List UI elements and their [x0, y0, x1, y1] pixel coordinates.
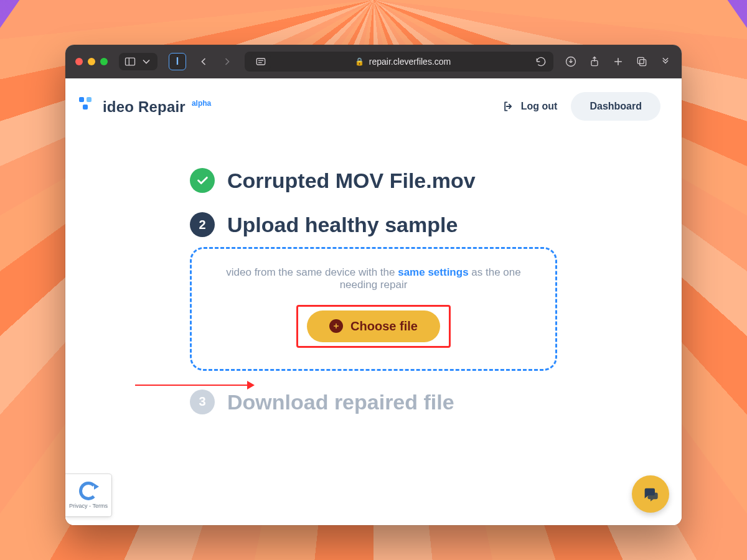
chat-icon [642, 485, 659, 503]
hint-pre: video from the same device with the [226, 266, 398, 278]
choose-file-label: Choose file [350, 319, 418, 334]
page-header: ideo Repair alpha Log out Dashboard [65, 78, 682, 128]
safari-toolbar: I 🔒 repair.cleverfiles.com [65, 45, 682, 78]
step-1: Corrupted MOV File.mov [190, 168, 557, 194]
close-window-button[interactable] [75, 58, 83, 65]
svg-rect-7 [637, 57, 644, 63]
same-settings-link[interactable]: same settings [398, 266, 468, 278]
dropzone-hint: video from the same device with the same… [210, 266, 537, 291]
reload-button[interactable] [535, 55, 547, 68]
svg-rect-0 [126, 58, 135, 65]
annotation-highlight-box: ＋ Choose file [296, 305, 451, 348]
extension-icon: I [176, 56, 179, 67]
reader-mode-button[interactable] [251, 53, 271, 70]
plus-icon: ＋ [329, 319, 343, 333]
downloads-button[interactable] [565, 55, 577, 68]
step-2: 2 Upload healthy sample [190, 212, 557, 238]
recaptcha-badge[interactable]: Privacy - Terms [65, 474, 111, 516]
share-button[interactable] [588, 55, 601, 68]
logout-link[interactable]: Log out [502, 100, 558, 113]
step-2-title: Upload healthy sample [227, 212, 458, 238]
browser-window: I 🔒 repair.cleverfiles.com [65, 45, 682, 525]
minimize-window-button[interactable] [88, 58, 95, 65]
dashboard-button[interactable]: Dashboard [571, 92, 660, 121]
fullscreen-window-button[interactable] [100, 58, 108, 65]
sidebar-icon [124, 55, 136, 68]
tabs-overview-button[interactable] [636, 55, 648, 68]
address-bar[interactable]: 🔒 repair.cleverfiles.com [245, 52, 553, 72]
steps-area: Corrupted MOV File.mov 2 Upload healthy … [190, 168, 557, 415]
logo-mark-icon [79, 97, 96, 112]
lock-icon: 🔒 [355, 57, 364, 66]
url-text: repair.cleverfiles.com [369, 57, 451, 67]
step-1-badge [190, 168, 215, 193]
step-3: 3 Download repaired file [190, 390, 557, 415]
nav-forward-button[interactable] [221, 55, 233, 68]
annotation-arrow [135, 385, 253, 386]
page-content: ideo Repair alpha Log out Dashboard [65, 78, 682, 525]
svg-rect-8 [640, 60, 646, 66]
toolbar-overflow-button[interactable] [659, 55, 672, 68]
sidebar-toggle[interactable] [119, 53, 157, 70]
reader-icon [255, 55, 267, 68]
step-3-title: Download repaired file [227, 390, 454, 415]
upload-dropzone[interactable]: video from the same device with the same… [190, 247, 557, 371]
brand-logo[interactable]: ideo Repair alpha [79, 97, 211, 116]
recaptcha-label: Privacy - Terms [69, 503, 108, 509]
step-3-badge: 3 [190, 390, 215, 414]
chat-fab[interactable] [632, 475, 669, 513]
dashboard-label: Dashboard [590, 101, 642, 111]
window-controls [75, 58, 108, 65]
step-1-title: Corrupted MOV File.mov [227, 168, 476, 194]
svg-rect-2 [256, 58, 265, 65]
brand-badge: alpha [192, 99, 211, 108]
new-tab-button[interactable] [612, 55, 624, 68]
step-2-badge: 2 [190, 212, 215, 237]
choose-file-button[interactable]: ＋ Choose file [307, 310, 440, 342]
brand-name: ideo Repair [103, 98, 186, 116]
logout-icon [502, 100, 515, 113]
check-icon [195, 174, 209, 187]
nav-back-button[interactable] [197, 55, 210, 68]
recaptcha-icon [79, 482, 98, 500]
chevron-down-icon [140, 55, 153, 68]
extension-button[interactable]: I [169, 53, 186, 70]
logout-label: Log out [521, 101, 558, 112]
